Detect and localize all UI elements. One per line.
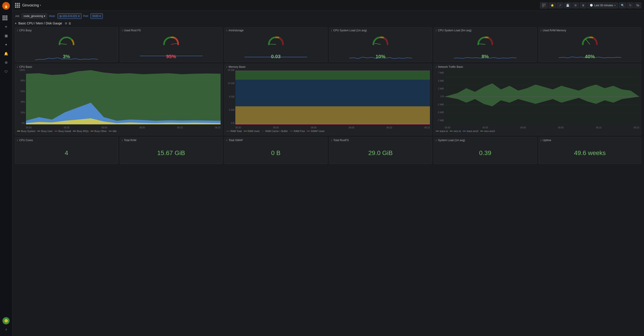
stat-header-total-rootfs: ℹ Total RootFS xyxy=(330,137,432,142)
gauge-body-root-fs: 95% xyxy=(120,32,222,60)
gauge-panel-cpu-load-5m: ℹ CPU System Load (5m avg) 8% xyxy=(434,27,537,62)
stat-title-system-load: System Load (1m avg) xyxy=(438,139,465,142)
app-logo[interactable]: 🔥 xyxy=(2,2,10,10)
monitor-button[interactable]: 🖥 xyxy=(580,2,586,8)
legend-trans-lo: trans lo xyxy=(436,130,448,132)
sidebar-item-help[interactable]: ? xyxy=(2,326,10,334)
title-chevron-icon[interactable]: ▾ xyxy=(40,4,41,6)
chart-header-memory-basic: ℹ Memory Basic xyxy=(224,64,432,69)
time-range-picker[interactable]: 🕐 Last 30 minutes ▾ xyxy=(587,2,618,8)
legend-label-swap-used: SWAP Used xyxy=(311,130,324,132)
info-icon[interactable]: ℹ xyxy=(331,139,332,142)
app-grid-icon xyxy=(15,3,20,8)
legend-color-busy-system xyxy=(17,131,20,131)
sidebar: 🔥 + ⊞ ✦ 🔔 ⚙ 🛡 😊 ? xyxy=(0,0,12,336)
info-icon[interactable]: ℹ xyxy=(17,139,18,142)
info-icon[interactable]: ℹ xyxy=(17,66,18,68)
sidebar-item-shield[interactable]: 🛡 xyxy=(2,67,10,76)
info-icon[interactable]: ℹ xyxy=(436,66,437,68)
settings-button[interactable]: ⚙ xyxy=(572,2,579,8)
gauge-body-ram: 40% xyxy=(539,32,641,60)
stat-panel-uptime: ℹ Uptime 49.6 weeks xyxy=(538,137,642,164)
svg-text:+: + xyxy=(544,5,546,7)
info-icon[interactable]: ℹ xyxy=(226,139,227,142)
job-label: Job xyxy=(15,14,19,18)
dashboard-content: Job node_ginvoicing ▾ Host: ip-101-0-0-2… xyxy=(12,11,644,336)
gauge-value-root-fs: 95% xyxy=(166,54,176,59)
legend-color-trans-ens3 xyxy=(462,131,466,131)
legend-ram-cache: RAM Cache + Buffer xyxy=(261,130,288,132)
sidebar-item-settings[interactable]: ⚙ xyxy=(2,59,10,67)
user-avatar[interactable]: 😊 xyxy=(2,317,10,324)
legend-color-busy-user xyxy=(37,131,40,131)
stat-header-system-load: ℹ System Load (1m avg) xyxy=(434,137,536,142)
host-value: ip-101-0-0-221 xyxy=(60,14,77,18)
memory-chart-legend: RAM Total RAM Used RAM Cache + Buffer xyxy=(226,129,430,133)
info-icon[interactable]: ℹ xyxy=(540,29,542,32)
top-navbar: Ginvoicing ▾ + ⭐ ↗ 💾 ⚙ 🖥 🕐 Last 30 minut… xyxy=(12,0,644,11)
legend-color-trans-lo xyxy=(436,131,439,131)
section-collapse-icon[interactable]: ▾ xyxy=(15,22,16,25)
legend-color-ram-used xyxy=(244,131,247,131)
chart-header-cpu-basic: ℹ CPU Basic xyxy=(15,64,222,69)
x-axis-cpu: 05:5005:5506:0006:0506:1006:15 xyxy=(26,126,220,129)
sidebar-item-apps[interactable] xyxy=(2,14,10,22)
legend-busy-iowait: Busy Iowait xyxy=(54,130,71,132)
star-button[interactable]: ⭐ xyxy=(548,2,556,8)
add-panel-button[interactable]: + xyxy=(540,2,548,8)
stat-value-system-load: 0.39 xyxy=(434,142,536,164)
stat-title-total-swap: Total SWAP xyxy=(228,139,243,142)
port-filter[interactable]: 9100 ▾ xyxy=(90,13,103,19)
legend-color-ram-total xyxy=(226,131,230,131)
save-button[interactable]: 💾 xyxy=(564,2,572,8)
host-filter[interactable]: ip-101-0-0-221 ▾ xyxy=(58,13,82,19)
memory-chart-svg xyxy=(235,69,430,124)
section-settings-icon[interactable]: ⚙ xyxy=(65,22,68,25)
filter-bar: Job node_ginvoicing ▾ Host: ip-101-0-0-2… xyxy=(15,13,641,19)
legend-busy-other: Busy Other xyxy=(90,130,107,132)
info-icon[interactable]: ℹ xyxy=(122,139,123,142)
info-icon[interactable]: ℹ xyxy=(436,139,437,142)
stat-title-uptime: Uptime xyxy=(543,139,551,142)
legend-color-idle xyxy=(108,131,112,131)
info-icon[interactable]: ℹ xyxy=(226,29,227,32)
chart-body-network-basic: 7 MiB5 MiB2 MiB0 B-2 MiB-5 MiB-7 MiB xyxy=(434,69,641,134)
sidebar-item-dashboard[interactable]: ⊞ xyxy=(2,32,10,40)
host-chevron-icon: ▾ xyxy=(78,14,80,18)
gauge-panel-mnt-storage: ℹ /mnt/storage 0.03 xyxy=(224,27,327,62)
info-icon[interactable]: ℹ xyxy=(226,66,227,68)
legend-color-ram-free xyxy=(290,131,293,131)
legend-label-busy-iowait: Busy Iowait xyxy=(58,130,71,132)
sidebar-item-add[interactable]: + xyxy=(2,23,10,31)
info-icon[interactable]: ℹ xyxy=(331,29,332,32)
sidebar-item-alerts[interactable]: 🔔 xyxy=(2,50,10,58)
section-title: Basic CPU / Mem / Disk Gauge xyxy=(18,21,62,25)
stat-panel-cpu-cores: ℹ CPU Cores 4 xyxy=(15,137,118,164)
info-icon[interactable]: ℹ xyxy=(436,29,437,32)
job-filter[interactable]: node_ginvoicing ▾ xyxy=(22,13,47,19)
info-icon[interactable]: ℹ xyxy=(17,29,18,32)
info-icon[interactable]: ℹ xyxy=(540,139,542,142)
section-delete-icon[interactable]: 🗑 xyxy=(68,22,71,25)
y-axis-cpu: 100%80%60%40%20%0% xyxy=(17,69,26,124)
search-button[interactable]: 🔍 xyxy=(619,2,626,8)
gauge-value-cpu-load-1m: 10% xyxy=(376,54,385,59)
chart-area-cpu-basic: 100%80%60%40%20%0% xyxy=(17,69,220,129)
share-button[interactable]: ↗ xyxy=(557,2,563,8)
stat-title-total-ram: Total RAM xyxy=(124,139,136,142)
refresh-interval[interactable]: 5s xyxy=(634,2,641,8)
legend-idle: Idle xyxy=(108,130,117,132)
svg-text:🔥: 🔥 xyxy=(4,3,9,8)
stat-grid: ℹ CPU Cores 4 ℹ Total RAM 15.67 GiB ℹ To… xyxy=(15,137,641,164)
legend-label-busy-system: Busy System xyxy=(21,130,36,132)
svg-line-9 xyxy=(171,43,178,44)
info-icon[interactable]: ℹ xyxy=(122,29,123,32)
refresh-button[interactable]: ↻ xyxy=(627,2,634,8)
gauge-title-cpu-busy: CPU Busy xyxy=(19,29,32,32)
y-axis-network: 7 MiB5 MiB2 MiB0 B-2 MiB-5 MiB-7 MiB xyxy=(436,69,445,124)
svg-marker-31 xyxy=(235,106,430,124)
sidebar-item-explore[interactable]: ✦ xyxy=(2,41,10,49)
svg-line-8 xyxy=(60,44,66,44)
stat-value-uptime: 49.6 weeks xyxy=(539,142,641,164)
section-header: ▾ Basic CPU / Mem / Disk Gauge ⚙ 🗑 xyxy=(15,21,641,25)
